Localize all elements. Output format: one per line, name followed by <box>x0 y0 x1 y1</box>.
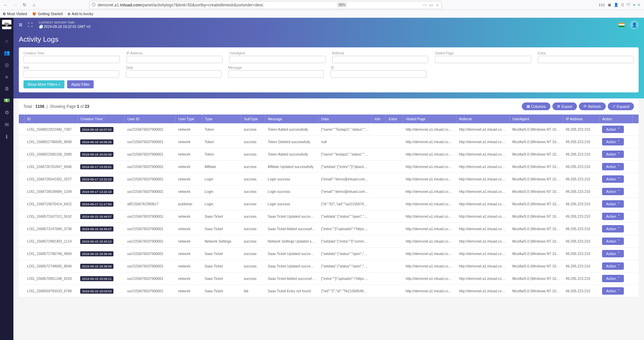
users-icon[interactable]: 👥 <box>3 50 11 56</box>
cell-type: Login <box>202 198 241 210</box>
cell-ip: 49.205.223.210 <box>563 161 599 173</box>
home-icon[interactable]: ⌂ <box>3 38 11 44</box>
dev-icon[interactable]: ⟨⟩ <box>621 3 624 7</box>
bookmark-add-to-booky[interactable]: ⊕ Add to booky <box>67 12 93 16</box>
row-action-button[interactable]: Action ˅ <box>602 138 624 145</box>
hamburger-icon[interactable]: ≡ <box>19 22 22 29</box>
user-avatar[interactable]: 👤 <box>630 20 639 29</box>
extension-icon[interactable]: ● <box>633 3 635 7</box>
col-data[interactable]: Data <box>318 115 372 123</box>
creation-time-input[interactable] <box>23 56 120 63</box>
info-input[interactable] <box>23 70 119 78</box>
cell-time: 2019-09-18 16:06:26 <box>78 136 125 148</box>
cell-type: Login <box>202 185 241 198</box>
col-extra[interactable]: Extra <box>386 115 403 123</box>
columns-button[interactable]: ▦ Columns <box>522 102 550 110</box>
col-ip[interactable]: IP Address <box>563 115 599 123</box>
reload-button[interactable]: ↻ <box>20 1 29 9</box>
list-icon[interactable]: ≡ <box>3 74 11 80</box>
cell-visited: http://demonet.a1.intuad.com/api/... <box>403 161 456 173</box>
ip-input[interactable] <box>127 56 223 63</box>
extra-input[interactable] <box>538 56 634 63</box>
bookmark-most-visited[interactable]: ✿ Most Visited <box>3 12 27 16</box>
account-icon[interactable]: 👤 <box>614 3 618 7</box>
col-message[interactable]: Message <box>265 115 318 123</box>
url-bar[interactable]: ⓘ demonet.a1.intuad.com/panel/activitylo… <box>89 1 442 9</box>
filter-label-info: Info <box>23 66 119 70</box>
col-creation[interactable]: Creation Time ˄ <box>78 115 125 123</box>
row-action-button[interactable]: Action ˅ <box>602 287 624 295</box>
col-userid[interactable]: User ID <box>125 115 176 123</box>
col-type[interactable]: Type <box>202 115 241 123</box>
cell-action: Action ˅ <box>599 223 633 235</box>
col-referral[interactable]: Referral <box>456 115 510 123</box>
info-icon[interactable]: ℹ <box>3 134 11 140</box>
referral-input[interactable] <box>332 56 429 63</box>
table-row: LOG_1568719070414_64222019-09-17 11:17:5… <box>19 198 639 210</box>
bookmark-star-icon[interactable]: ☆ <box>436 3 439 7</box>
col-visited[interactable]: Visited Page <box>403 115 456 123</box>
table-row: LOG_1568572786748_49582019-09-15 18:39:4… <box>19 248 639 260</box>
row-action-button[interactable]: Action ˅ <box>602 163 624 170</box>
row-action-button[interactable]: Action ˅ <box>602 238 624 245</box>
cell-ua: Mozilla/5.0 (Windows NT 10.0; ... <box>510 136 563 148</box>
forward-button[interactable]: → <box>11 1 19 9</box>
cell-info <box>372 173 386 185</box>
visited-input[interactable] <box>435 56 531 63</box>
col-action[interactable]: Action <box>599 115 633 123</box>
fullscreen-icon[interactable]: ⛶ <box>28 22 33 28</box>
target-icon[interactable]: ◎ <box>3 62 11 68</box>
bookmark-getting-started[interactable]: 🦊 Getting Started <box>32 12 63 16</box>
cell-sub: success <box>241 210 265 223</box>
row-action-button[interactable]: Action ˅ <box>602 262 624 270</box>
show-more-filters-button[interactable]: Show More Filters + <box>23 80 64 88</box>
zoom-level[interactable]: 90% <box>337 3 347 7</box>
cell-extra <box>386 248 403 260</box>
scroll-left-handle[interactable] <box>19 115 24 123</box>
cell-info <box>372 148 386 161</box>
col-useragent[interactable]: UserAgent <box>510 115 563 123</box>
reader-icon[interactable]: ▭ <box>429 3 433 7</box>
cell-uid: usr2155676037900001 <box>125 161 176 173</box>
col-id[interactable]: ID <box>24 115 78 123</box>
row-action-button[interactable]: Action ˅ <box>602 275 624 282</box>
cell-ip: 49.205.223.210 <box>563 285 599 297</box>
row-action-button[interactable]: Action ˅ <box>602 225 624 232</box>
money-icon[interactable]: 💵 <box>3 97 11 103</box>
settings-icon[interactable]: ⚙ <box>3 110 11 116</box>
flag-icon[interactable] <box>618 23 625 27</box>
library-icon[interactable]: ⫿⫿⫿ <box>599 3 605 7</box>
id-input[interactable] <box>331 70 426 78</box>
row-action-button[interactable]: Action ˅ <box>602 213 624 220</box>
col-usertype[interactable]: User Type <box>176 115 202 123</box>
expand-button[interactable]: ⤢ Expand <box>608 102 634 110</box>
refresh-button[interactable]: ⟳ Refresh <box>579 102 606 110</box>
row-action-button[interactable]: Action ˅ <box>602 151 624 158</box>
row-action-button[interactable]: Action ˅ <box>602 175 624 183</box>
data-input[interactable] <box>126 70 221 78</box>
col-info[interactable]: Info <box>372 115 386 123</box>
more-icon[interactable]: ⋯ <box>423 3 427 7</box>
back-button[interactable]: ← <box>1 1 10 9</box>
export-button[interactable]: ≣ Export <box>552 102 577 110</box>
message-input[interactable] <box>228 70 324 78</box>
cell-visited: http://demonet.a1.intuad.com/api/... <box>403 272 456 285</box>
row-action-button[interactable]: Action ˅ <box>602 126 624 133</box>
filter-label-msg: Message <box>228 66 324 70</box>
row-action-button[interactable]: Action ˅ <box>602 200 624 208</box>
cell-uid: usr2155676037900001 <box>125 235 176 248</box>
useragent-input[interactable] <box>229 56 326 63</box>
cell-info <box>372 123 386 136</box>
sidebar-toggle-icon[interactable]: ▣ <box>608 3 611 7</box>
shield-icon[interactable]: 🛡 <box>627 3 630 7</box>
mail-icon[interactable]: ✉ <box>3 122 11 128</box>
document-icon[interactable]: 🗎 <box>3 86 11 91</box>
menu-icon[interactable]: ≡ <box>638 3 640 7</box>
scroll-right-handle[interactable] <box>633 115 639 123</box>
row-action-button[interactable]: Action ˅ <box>602 250 624 257</box>
row-action-button[interactable]: Action ˅ <box>602 188 624 195</box>
cell-ua: Mozilla/5.0 (Windows NT 10.0; ... <box>510 223 563 235</box>
col-subtype[interactable]: SubType <box>241 115 265 123</box>
apply-filter-button[interactable]: Apply Filter <box>67 80 94 88</box>
home-button[interactable]: ⌂ <box>30 1 38 9</box>
